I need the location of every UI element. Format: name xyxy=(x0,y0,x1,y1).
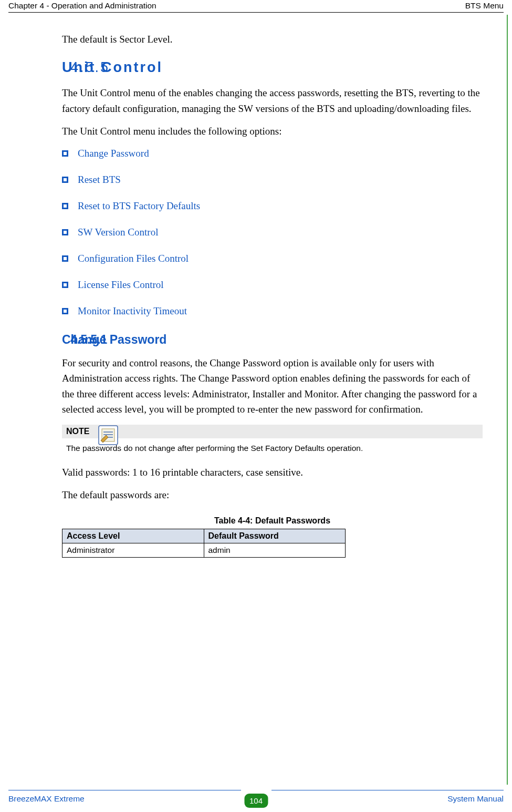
cell-default-password: admin xyxy=(204,543,346,558)
page-number: 104 xyxy=(244,794,268,808)
table-row: Administrator admin xyxy=(62,543,346,558)
option-label: SW Version Control xyxy=(78,227,158,238)
square-bullet-icon xyxy=(62,282,68,288)
footer-doc-title: System Manual xyxy=(447,794,504,804)
section-number: 4.5.5 xyxy=(70,59,110,76)
default-passwords-table: Access Level Default Password Administra… xyxy=(62,529,346,558)
square-bullet-icon xyxy=(62,150,68,157)
table-caption: Table 4-4: Default Passwords xyxy=(62,516,483,526)
note-text: The passwords do not change after perfor… xyxy=(62,438,483,456)
subsection-heading-row: 4.5.5.1 Change Password xyxy=(62,333,483,347)
footer-line-left xyxy=(8,790,241,790)
footer-page-pill: 104 xyxy=(244,796,268,806)
option-label: Configuration Files Control xyxy=(78,253,189,264)
option-label: Monitor Inactivity Timeout xyxy=(78,305,187,316)
valid-passwords-text: Valid passwords: 1 to 16 printable chara… xyxy=(62,465,483,480)
square-bullet-icon xyxy=(62,308,68,314)
cell-access-level: Administrator xyxy=(62,543,204,558)
note-callout: NOTE The passwords do not change after p… xyxy=(62,425,483,456)
option-label: Reset BTS xyxy=(78,174,121,185)
footer-product: BreezeMAX Extreme xyxy=(8,794,85,804)
list-item[interactable]: Reset BTS xyxy=(62,174,483,186)
section-para-1: The Unit Control menu of the enables cha… xyxy=(62,85,483,116)
list-item[interactable]: Monitor Inactivity Timeout xyxy=(62,305,483,317)
list-item[interactable]: SW Version Control xyxy=(62,227,483,238)
option-label: Change Password xyxy=(78,148,149,159)
content-area: The default is Sector Level. 4.5.5 Unit … xyxy=(0,32,512,558)
options-list: Change Password Reset BTS Reset to BTS F… xyxy=(62,148,483,317)
footer: BreezeMAX Extreme 104 System Manual xyxy=(8,788,504,804)
table-header-row: Access Level Default Password xyxy=(62,529,346,543)
list-item[interactable]: Reset to BTS Factory Defaults xyxy=(62,200,483,212)
intro-text: The default is Sector Level. xyxy=(62,32,483,47)
square-bullet-icon xyxy=(62,203,68,209)
square-bullet-icon xyxy=(62,255,68,262)
subsection-number: 4.5.5.1 xyxy=(70,333,107,347)
default-passwords-lead: The default passwords are: xyxy=(62,487,483,502)
list-item[interactable]: Change Password xyxy=(62,148,483,159)
page: Chapter 4 - Operation and Administration… xyxy=(0,0,512,812)
footer-line-right xyxy=(271,790,504,790)
section-title: Unit Control xyxy=(62,59,483,76)
subsection-para: For security and control reasons, the Ch… xyxy=(62,355,483,417)
footer-rule xyxy=(8,790,504,790)
header-section: BTS Menu xyxy=(465,1,504,11)
header-chapter: Chapter 4 - Operation and Administration xyxy=(8,1,156,11)
list-item[interactable]: Configuration Files Control xyxy=(62,253,483,264)
header-rule xyxy=(8,12,504,13)
section-para-2: The Unit Control menu includes the follo… xyxy=(62,124,483,139)
note-label: NOTE xyxy=(62,425,483,438)
col-access-level: Access Level xyxy=(62,529,204,543)
section-heading-row: 4.5.5 Unit Control xyxy=(62,59,483,76)
list-item[interactable]: License Files Control xyxy=(62,279,483,291)
option-label: License Files Control xyxy=(78,279,164,290)
square-bullet-icon xyxy=(62,229,68,235)
col-default-password: Default Password xyxy=(204,529,346,543)
square-bullet-icon xyxy=(62,177,68,183)
option-label: Reset to BTS Factory Defaults xyxy=(78,200,200,211)
note-icon xyxy=(98,425,119,446)
